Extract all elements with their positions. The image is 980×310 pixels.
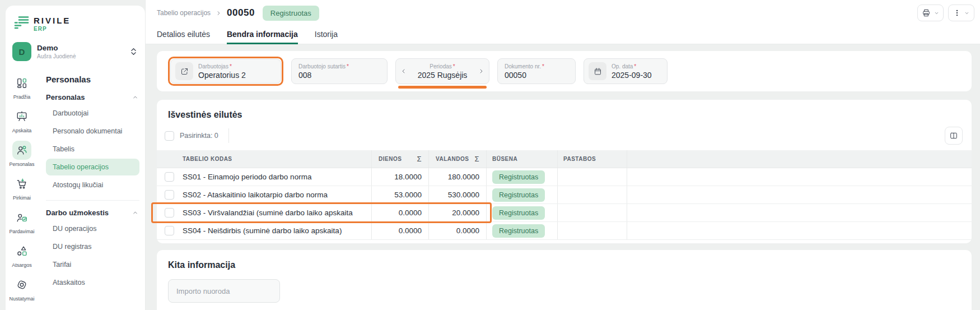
section-title: Išvestinės eilutės	[157, 100, 972, 120]
tab-detalios-eilutes[interactable]: Detalios eilutės	[157, 26, 210, 44]
cell-code: SS04 - Neišdirbis (suminė darbo laiko ap…	[181, 222, 372, 239]
user-name: Demo	[37, 44, 76, 52]
column-header-valandos[interactable]: VALANDOSΣ	[429, 150, 487, 168]
chevron-down-icon	[964, 11, 969, 16]
chevron-right-icon[interactable]	[478, 68, 484, 75]
column-header-busena[interactable]: BŪSENA	[487, 150, 558, 168]
sidebar-menu: Personalas Personalas Darbuotojai Person…	[38, 69, 145, 302]
section-personalas[interactable]: Personalas	[46, 93, 141, 101]
rail-item-pradzia[interactable]: Pradžia	[12, 73, 31, 100]
cell-dienos: 53.0000	[372, 186, 429, 203]
menu-divider	[46, 200, 139, 201]
row-checkbox[interactable]	[165, 226, 174, 235]
status-badge: Registruotas	[492, 224, 545, 238]
external-link-icon[interactable]	[175, 62, 193, 80]
tab-istorija[interactable]: Istorija	[315, 26, 338, 44]
column-header-dienos[interactable]: DIENOSΣ	[372, 150, 429, 168]
sidebar-item-du-registras[interactable]: DU registras	[46, 238, 139, 255]
tab-bendra-informacija[interactable]: Bendra informacija	[227, 26, 298, 44]
table-row-ss02[interactable]: SS02 - Ataskaitinio laikotarpio darbo no…	[157, 186, 972, 204]
op-data-value: 2025-09-30	[612, 71, 652, 80]
user-switcher[interactable]: D Demo Aušra Juodienė	[12, 42, 138, 61]
avatar: D	[12, 42, 31, 61]
shapes-icon	[12, 242, 31, 261]
main-area: Tabelio operacijos 00050 Registruotas	[145, 0, 980, 310]
section-title: Kita informacija	[157, 250, 972, 270]
cart-icon	[12, 174, 31, 193]
derived-rows-card: Išvestinės eilutės Pasirinkta: 0 TABELIO…	[157, 100, 972, 243]
rail-item-pardavimai[interactable]: Pardavimai	[9, 208, 34, 234]
cell-pastabos	[558, 222, 627, 239]
table-row-ss04[interactable]: SS04 - Neišdirbis (suminė darbo laiko ap…	[157, 222, 972, 240]
rail-item-personalas[interactable]: Personalas	[9, 141, 34, 167]
select-all-checkbox[interactable]	[165, 131, 174, 141]
cell-dienos: 18.0000	[372, 168, 429, 186]
cell-pastabos	[558, 168, 627, 186]
chevron-up-icon	[132, 210, 138, 216]
brand-name: RIVILE	[34, 16, 71, 25]
calendar-icon[interactable]	[589, 62, 606, 80]
rail-item-atsargos[interactable]: Atsargos	[12, 242, 32, 268]
status-badge: Registruotas	[492, 206, 545, 220]
dokumento-nr-field[interactable]: Dokumento nr.* 00050	[497, 58, 576, 84]
derived-rows-table: TABELIO KODAS DIENOSΣ VALANDOSΣ BŪSENA P…	[157, 150, 972, 240]
breadcrumb-link[interactable]: Tabelio operacijos	[157, 9, 211, 17]
cell-pastabos	[558, 204, 627, 221]
chevron-left-icon[interactable]	[400, 68, 407, 75]
sidebar-item-tarifai[interactable]: Tarifai	[46, 256, 139, 273]
toolbar-divider	[228, 128, 229, 143]
importo-nuoroda-input[interactable]	[168, 279, 280, 303]
document-header-card: Darbuotojas* Operatorius 2 Darbuotojo su…	[157, 51, 972, 91]
cell-pastabos	[558, 186, 627, 203]
cell-valandos: 180.0000	[429, 168, 487, 186]
op-data-field[interactable]: Op. data* 2025-09-30	[584, 58, 668, 84]
sidebar-item-atostogu-likuciai[interactable]: Atostogų likučiai	[46, 177, 139, 193]
user-expander-icon[interactable]	[130, 47, 137, 56]
breadcrumb: Tabelio operacijos 00050 Registruotas	[157, 6, 319, 21]
darbuotojo-sutartis-field[interactable]: Darbuotojo sutartis* 008	[291, 58, 388, 84]
sidebar: RIVILE ERP D Demo Aušra Juodienė	[6, 6, 145, 310]
section-darbo-uzmokestis[interactable]: Darbo užmokestis	[46, 209, 141, 217]
kebab-menu-icon	[953, 9, 961, 17]
column-header-filler	[627, 150, 972, 168]
status-badge: Registruotas	[492, 170, 545, 184]
tab-bar: Detalios eilutės Bendra informacija Isto…	[146, 26, 980, 44]
rail-item-nustatymai[interactable]: Nustatymai	[9, 275, 34, 302]
table-row-ss03[interactable]: SS03 - Viršvalandžiai (suminė darbo laik…	[157, 204, 972, 222]
sidebar-item-ataskaitos[interactable]: Ataskaitos	[46, 274, 139, 291]
annotation-highlight-underline-periodas	[398, 86, 487, 89]
sidebar-item-tabelio-operacijos[interactable]: Tabelio operacijos	[46, 159, 139, 175]
column-header-tabelio-kodas[interactable]: TABELIO KODAS	[181, 150, 372, 168]
rail-item-apskaita[interactable]: Apskaita	[12, 107, 32, 133]
row-checkbox[interactable]	[165, 208, 174, 218]
print-button[interactable]	[917, 4, 944, 21]
sidebar-item-personalo-dokumentai[interactable]: Personalo dokumentai	[46, 123, 139, 140]
darbuotojas-value: Operatorius 2	[198, 71, 246, 80]
status-badge: Registruotas	[263, 6, 319, 21]
periodas-field[interactable]: Periodas* 2025 Rugsėjis	[395, 58, 489, 84]
logo[interactable]: RIVILE ERP	[6, 6, 145, 32]
more-actions-button[interactable]	[948, 4, 974, 21]
cell-empty	[627, 204, 972, 221]
row-checkbox[interactable]	[165, 190, 174, 200]
header-checkbox-cell	[157, 150, 181, 168]
row-checkbox[interactable]	[165, 172, 174, 182]
person-chart-icon	[12, 208, 31, 227]
sidebar-item-du-operacijos[interactable]: DU operacijos	[46, 220, 139, 237]
columns-settings-button[interactable]	[945, 127, 963, 145]
dokumento-nr-value: 00050	[505, 71, 544, 80]
content: Darbuotojas* Operatorius 2 Darbuotojo su…	[146, 44, 980, 310]
sidebar-item-darbuotojai[interactable]: Darbuotojai	[46, 105, 139, 122]
gear-icon	[12, 275, 31, 294]
printer-icon	[922, 8, 931, 17]
sum-sigma-icon[interactable]: Σ	[417, 155, 422, 163]
status-badge: Registruotas	[492, 188, 545, 202]
sum-sigma-icon[interactable]: Σ	[474, 155, 479, 163]
cell-dienos: 0.0000	[372, 204, 429, 221]
table-row-ss01[interactable]: SS01 - Einamojo periodo darbo norma 18.0…	[157, 168, 972, 186]
column-header-pastabos[interactable]: PASTABOS	[558, 150, 627, 168]
rail-item-pirkimai[interactable]: Pirkimai	[12, 174, 31, 201]
sidebar-item-tabelis[interactable]: Tabelis	[46, 141, 139, 158]
darbuotojas-field[interactable]: Darbuotojas* Operatorius 2	[170, 59, 281, 84]
cell-empty	[627, 186, 972, 203]
